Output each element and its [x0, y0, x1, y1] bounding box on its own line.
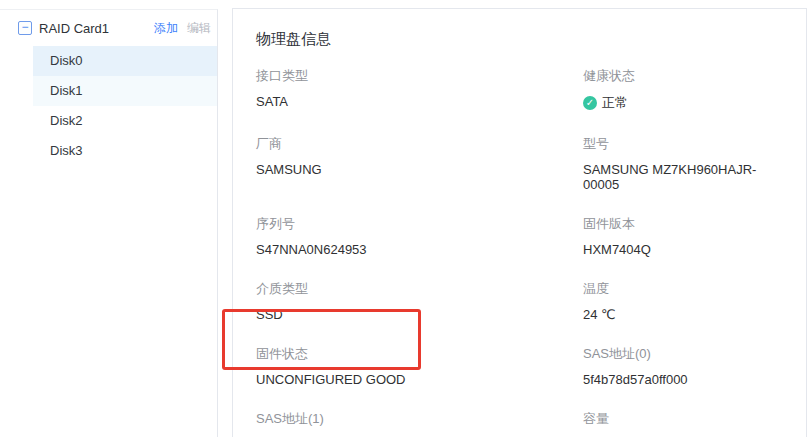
- field-value: HXM7404Q: [583, 242, 786, 257]
- field-value: SSD: [256, 307, 583, 322]
- field-value: 5f4b78d57a0ff000: [583, 372, 786, 387]
- field-firmware-state: 固件状态 UNCONFIGURED GOOD: [256, 345, 583, 387]
- check-circle-icon: ✓: [583, 96, 597, 110]
- field-value: UNCONFIGURED GOOD: [256, 372, 583, 387]
- health-status-text: 正常: [602, 94, 628, 112]
- field-label: 序列号: [256, 215, 583, 233]
- field-label: SAS地址(1): [256, 410, 583, 428]
- tree-root-row: − RAID Card1 添加 编辑: [0, 10, 217, 46]
- sidebar-item-disk0[interactable]: Disk0: [33, 46, 217, 76]
- field-value: S47NNA0N624953: [256, 242, 583, 257]
- sidebar-item-disk2[interactable]: Disk2: [33, 106, 217, 136]
- sidebar-item-disk3[interactable]: Disk3: [33, 136, 217, 166]
- field-sas-address-0: SAS地址(0) 5f4b78d57a0ff000: [583, 345, 786, 387]
- field-temperature: 温度 24 ℃: [583, 280, 786, 322]
- physical-disk-info-panel: 物理盘信息 接口类型 SATA 健康状态 ✓ 正常 厂商 SAMSUNG 型号 …: [232, 8, 807, 437]
- raid-management-page: − RAID Card1 添加 编辑 Disk0 Disk1 Disk2 Dis…: [0, 0, 812, 437]
- field-label: 型号: [583, 135, 786, 153]
- field-value: SAMSUNG: [256, 162, 583, 177]
- tree-root-label[interactable]: RAID Card1: [39, 21, 154, 36]
- field-interface-type: 接口类型 SATA: [256, 67, 583, 112]
- field-capacity: 容量 0.872 TB: [583, 410, 786, 437]
- field-label: 容量: [583, 410, 786, 428]
- field-model: 型号 SAMSUNG MZ7KH960HAJR-00005: [583, 135, 786, 192]
- edit-link[interactable]: 编辑: [187, 20, 211, 37]
- field-label: 介质类型: [256, 280, 583, 298]
- field-value: SAMSUNG MZ7KH960HAJR-00005: [583, 162, 786, 192]
- field-label: 厂商: [256, 135, 583, 153]
- field-label: 温度: [583, 280, 786, 298]
- sidebar-item-disk1[interactable]: Disk1: [33, 76, 217, 106]
- tree-actions: 添加 编辑: [154, 20, 211, 37]
- field-vendor: 厂商 SAMSUNG: [256, 135, 583, 192]
- field-media-type: 介质类型 SSD: [256, 280, 583, 322]
- field-serial-number: 序列号 S47NNA0N624953: [256, 215, 583, 257]
- field-firmware-version: 固件版本 HXM7404Q: [583, 215, 786, 257]
- field-grid: 接口类型 SATA 健康状态 ✓ 正常 厂商 SAMSUNG 型号 SAMSUN…: [256, 67, 786, 437]
- field-value: 24 ℃: [583, 307, 786, 322]
- field-label: 健康状态: [583, 67, 786, 85]
- add-link[interactable]: 添加: [154, 20, 178, 37]
- field-label: SAS地址(0): [583, 345, 786, 363]
- disk-tree-sidebar: − RAID Card1 添加 编辑 Disk0 Disk1 Disk2 Dis…: [0, 9, 218, 437]
- page-title: 物理盘信息: [256, 30, 786, 49]
- field-sas-address-1: SAS地址(1) 0000000000000000: [256, 410, 583, 437]
- field-label: 接口类型: [256, 67, 583, 85]
- field-label: 固件状态: [256, 345, 583, 363]
- field-health-status: 健康状态 ✓ 正常: [583, 67, 786, 112]
- field-label: 固件版本: [583, 215, 786, 233]
- field-value: ✓ 正常: [583, 94, 786, 112]
- collapse-minus-icon[interactable]: −: [18, 21, 32, 35]
- field-value: SATA: [256, 94, 583, 109]
